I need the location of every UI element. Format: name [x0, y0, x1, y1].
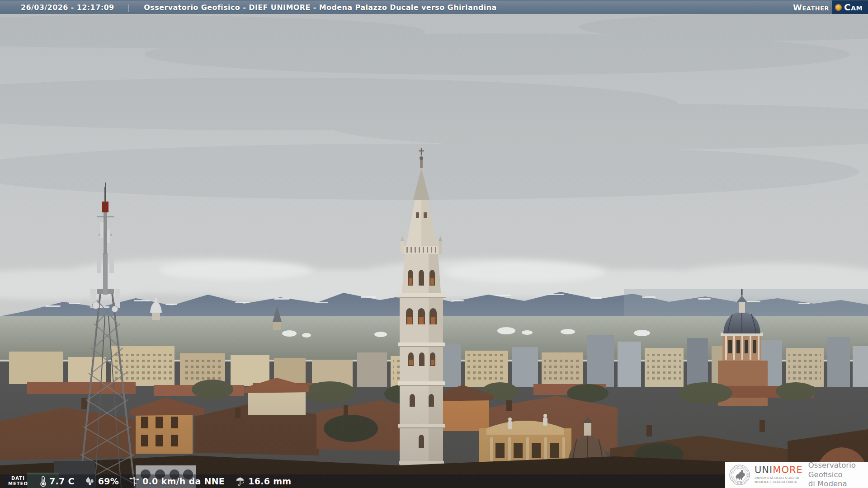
weathercam-logo: Weather Cam [793, 0, 868, 14]
weathercam-weather-text: Weather [793, 3, 829, 12]
humidity-metric: 69% [85, 476, 119, 486]
unimore-logo-box: 1175 UNIMORE UNIVERSITÀ DEGLI STUDI DI M… [725, 462, 868, 488]
timestamp: 26/03/2026 - 12:17:09 [21, 3, 114, 12]
weathercam-dot-icon [835, 4, 842, 11]
unimore-seal: 1175 [729, 464, 750, 486]
header-separator: | [128, 3, 131, 12]
seal-year: 1175 [737, 482, 742, 484]
temperature-value: 7.7 C [49, 476, 75, 486]
unimore-subtitle: UNIVERSITÀ DEGLI STUDI DI MODENA E REGGI… [755, 476, 803, 484]
humidity-value: 69% [98, 476, 119, 486]
weathercam-cam-box: Cam [832, 0, 868, 14]
header-bar: 26/03/2026 - 12:17:09 | Osservatorio Geo… [0, 0, 868, 14]
wind-value: 0.0 km/h da NNE [142, 476, 225, 486]
webcam-photo [0, 0, 868, 488]
droplets-icon [85, 476, 95, 486]
page-title: Osservatorio Geofisico - DIEF UNIMORE - … [144, 3, 496, 12]
anemometer-icon [129, 476, 140, 487]
unimore-wordmark-block: UNIMORE UNIVERSITÀ DEGLI STUDI DI MODENA… [755, 465, 803, 484]
weathercam-cam-text: Cam [844, 2, 863, 13]
dati-meteo-label: DATI METEO [8, 476, 28, 487]
webcam-page: 26/03/2026 - 12:17:09 | Osservatorio Geo… [0, 0, 868, 488]
precipitation-metric: 16.6 mm [235, 476, 291, 487]
seal-knight-figure [736, 470, 745, 480]
wind-metric: 0.0 km/h da NNE [129, 476, 225, 487]
thermometer-icon [40, 476, 47, 487]
observatory-name: Osservatorio Geofisico di Modena [808, 461, 868, 488]
temperature-metric: 7.7 C [40, 476, 75, 487]
unimore-wordmark: UNIMORE [755, 465, 803, 475]
umbrella-icon [235, 476, 245, 487]
precipitation-value: 16.6 mm [248, 476, 291, 486]
